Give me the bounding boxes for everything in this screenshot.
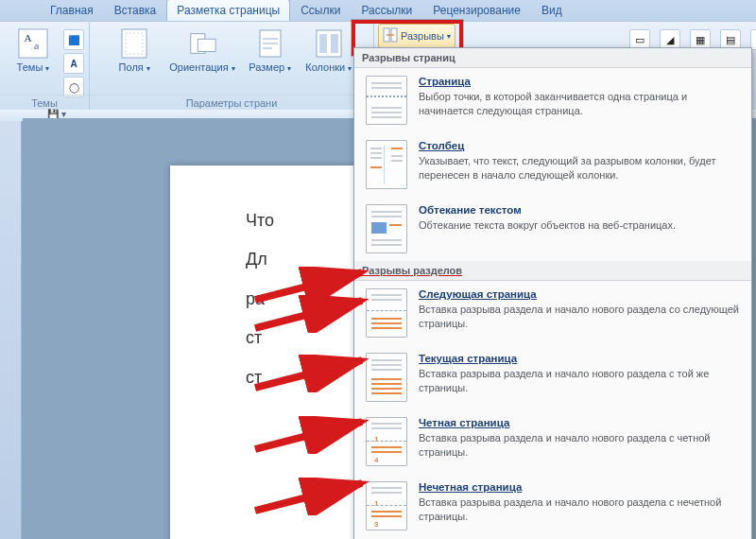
item-desc: Вставка разрыва раздела и начало нового … (419, 303, 740, 331)
bucket-icon: ◢ (666, 34, 674, 46)
section-header-section-breaks: Разрывы разделов (354, 261, 751, 281)
tab-home[interactable]: Главная (40, 0, 104, 21)
item-title: Текущая страница (419, 353, 740, 364)
group-label-themes: Темы (0, 95, 89, 109)
orientation-button[interactable]: Ориентация ▾ (164, 26, 240, 76)
break-item-continuous[interactable]: Текущая страница Вставка разрыва раздела… (354, 345, 751, 409)
tab-view[interactable]: Вид (531, 0, 573, 21)
margins-button[interactable]: Поля ▾ (106, 26, 163, 76)
chevron-down-icon: ▾ (287, 64, 291, 73)
item-title: Обтекание текстом (419, 204, 740, 216)
item-title: Столбец (419, 140, 740, 151)
columns-label: Колонки (305, 61, 345, 73)
break-item-next-page[interactable]: Следующая страница Вставка разрыва разде… (354, 281, 751, 345)
orientation-label: Ориентация (169, 61, 228, 73)
themes-button[interactable]: A a Темы ▾ (5, 26, 61, 97)
svg-rect-9 (319, 34, 327, 53)
tab-insert[interactable]: Вставка (104, 0, 167, 21)
svg-rect-6 (198, 39, 215, 51)
tab-page-layout[interactable]: Разметка страницы (166, 0, 290, 21)
thumb-next-page (366, 288, 407, 338)
item-title: Четная страница (419, 417, 740, 428)
svg-rect-10 (331, 34, 338, 53)
item-title: Следующая страница (419, 288, 740, 300)
break-item-column[interactable]: Столбец Указывает, что текст, следующий … (354, 132, 751, 197)
item-title: Нечетная страница (419, 481, 740, 493)
size-button[interactable]: Размер ▾ (242, 26, 299, 76)
size-icon (255, 28, 285, 59)
chevron-down-icon: ▾ (146, 64, 150, 73)
group-themes: A a Темы ▾ 🟦 A ◯ Темы (0, 22, 90, 111)
chevron-down-icon: ▾ (348, 64, 352, 73)
section-header-page-breaks: Разрывы страниц (354, 48, 751, 68)
position-icon: ▦ (696, 34, 705, 46)
app-window: Главная Вставка Разметка страницы Ссылки… (0, 0, 756, 539)
theme-colors-button[interactable]: 🟦 (63, 29, 84, 50)
chevron-down-icon: ▾ (45, 64, 49, 73)
wrap-icon: ▤ (726, 34, 735, 46)
tab-mailings[interactable]: Рассылки (351, 0, 422, 21)
orientation-icon (187, 28, 217, 59)
chevron-down-icon: ▾ (232, 64, 235, 73)
item-desc: Выбор точки, в которой заканчивается одн… (419, 90, 740, 118)
break-item-page[interactable]: Страница Выбор точки, в которой заканчив… (354, 68, 751, 132)
item-title: Страница (419, 76, 740, 87)
thumb-column-break (366, 140, 407, 189)
break-item-odd-page[interactable]: 1 3 Нечетная страница Вставка разрыва ра… (354, 474, 751, 538)
thumb-even-page: 1 4 (366, 417, 407, 466)
page-icon: ▭ (635, 34, 644, 46)
size-label: Размер (249, 61, 284, 73)
columns-icon (314, 28, 344, 59)
break-item-even-page[interactable]: 1 4 Четная страница Вставка разрыва разд… (354, 409, 751, 474)
palette-icon: 🟦 (68, 35, 79, 45)
margins-label: Поля (119, 61, 144, 73)
breaks-dropdown-panel: Разрывы страниц Страница Выбор точки, в … (353, 47, 752, 539)
font-icon: A (70, 59, 77, 69)
item-desc: Вставка разрыва раздела и начало нового … (419, 367, 740, 395)
themes-label: Темы (17, 61, 43, 73)
columns-button[interactable]: Колонки ▾ (301, 26, 357, 76)
thumb-page-break (366, 76, 407, 125)
outline-pane-border (0, 121, 22, 539)
effects-icon: ◯ (69, 82, 79, 93)
group-page-setup: Поля ▾ Ориентация ▾ (90, 22, 374, 111)
ribbon-tabs: Главная Вставка Разметка страницы Ссылки… (0, 0, 756, 21)
group-label-pagesetup: Параметры страни (90, 95, 373, 109)
thumb-continuous (366, 353, 407, 402)
svg-text:a: a (34, 41, 39, 51)
themes-icon: A a (18, 28, 48, 59)
margins-icon (119, 28, 149, 59)
tab-review[interactable]: Рецензирование (422, 0, 531, 21)
thumb-odd-page: 1 3 (366, 481, 407, 530)
theme-fonts-button[interactable]: A (63, 53, 84, 74)
item-desc: Вставка разрыва раздела и начало нового … (419, 431, 740, 460)
svg-rect-0 (19, 29, 47, 58)
item-desc: Обтекание текста вокруг объектов на веб-… (419, 218, 740, 233)
item-desc: Указывает, что текст, следующий за разры… (419, 154, 740, 183)
svg-text:A: A (25, 32, 33, 43)
break-item-text-wrapping[interactable]: Обтекание текстом Обтекание текста вокру… (354, 197, 751, 261)
thumb-wrap-break (366, 204, 407, 253)
tab-references[interactable]: Ссылки (290, 0, 351, 21)
item-desc: Вставка разрыва раздела и начало нового … (419, 496, 740, 524)
